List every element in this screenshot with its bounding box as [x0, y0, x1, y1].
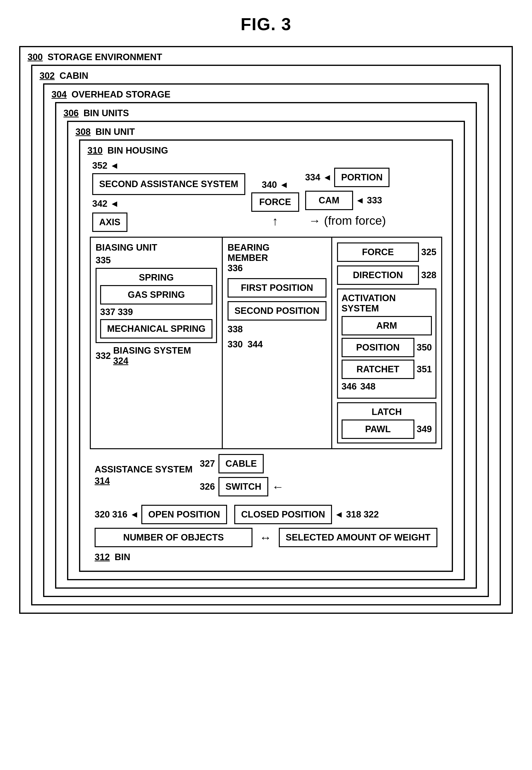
switch-row: 326 SWITCH ←: [200, 477, 284, 496]
ref-318: ◄ 318: [334, 509, 361, 520]
header-308: 308 BIN UNIT: [75, 127, 457, 137]
direction-row: DIRECTION 328: [337, 265, 436, 285]
activation-system-box: ACTIVATION SYSTEM ARM: [337, 288, 436, 399]
position-label: POSITION: [356, 342, 400, 352]
axis-box: AXIS: [92, 213, 127, 232]
ref-302: 302: [40, 71, 55, 81]
ref-327: 327: [200, 459, 215, 469]
biasing-system-row: 332 BIASING SYSTEM 324: [96, 345, 217, 366]
header-304: 304 OVERHEAD STORAGE: [51, 89, 481, 100]
bearing-member-label: BEARINGMEMBER: [228, 242, 326, 263]
second-pos-box: SECOND POSITION: [228, 301, 326, 321]
portion-row: 334 ◄ PORTION: [305, 168, 390, 187]
ref-312: 312: [95, 552, 110, 562]
bottom-section: 320 316 ◄ OPEN POSITION: [87, 501, 445, 550]
container-304: 304 OVERHEAD STORAGE 306 BIN UNITS 308 B…: [43, 83, 489, 597]
activation-label: ACTIVATION SYSTEM: [342, 293, 432, 314]
gas-spring-label: GAS SPRING: [128, 290, 185, 300]
biasing-unit-col: BIASING UNIT 335 SPRING GAS SPRING: [91, 238, 223, 448]
ref-304: 304: [51, 89, 67, 100]
assist-row: ASSISTANCE SYSTEM 314 327 CABLE: [87, 449, 445, 501]
biasing-system-label-area: BIASING SYSTEM 324: [113, 345, 191, 366]
switch-label: SWITCH: [225, 482, 261, 492]
assist-system-label: ASSISTANCE SYSTEM: [95, 464, 193, 475]
second-pos-row: SECOND POSITION: [228, 301, 326, 321]
assist-system-label-area: ASSISTANCE SYSTEM 314: [95, 464, 193, 486]
ratchet-label: RATCHET: [356, 364, 399, 374]
ref-342-label: 342 ◄: [92, 199, 119, 209]
position-box: POSITION: [342, 338, 414, 357]
ref-350: 350: [417, 342, 432, 353]
axis-label: AXIS: [99, 217, 120, 227]
cable-label: CABLE: [225, 459, 257, 469]
label-302: CABIN: [59, 71, 88, 81]
direction-box: DIRECTION: [337, 265, 419, 285]
second-pos-label: SECOND POSITION: [235, 306, 320, 316]
portion-cam-area: 334 ◄ PORTION CAM: [305, 168, 390, 228]
middle-section: BIASING UNIT 335 SPRING GAS SPRING: [90, 237, 442, 449]
spring-label: SPRING: [100, 272, 212, 283]
bearing-bottom-refs: 330 344: [228, 339, 326, 350]
closed-pos-label: CLOSED POSITION: [241, 509, 325, 519]
force-top-label: FORCE: [259, 197, 291, 207]
ref-306: 306: [63, 108, 79, 118]
fig-title: FIG. 3: [19, 14, 513, 34]
right-arrow-force-cam: → (from force): [305, 214, 390, 228]
left-arrow-switch: ←: [272, 480, 284, 494]
closed-pos-area: CLOSED POSITION ◄ 318 322: [234, 505, 379, 524]
force-top-area: 340 ◄ FORCE ↑: [251, 180, 299, 228]
ref-326: 326: [200, 482, 215, 492]
arm-box: ARM: [342, 316, 432, 335]
ref-337: 337: [100, 307, 115, 317]
weight-row: NUMBER OF OBJECTS ↔ SELECTED AMOUNT OF W…: [95, 528, 437, 547]
first-pos-box: FIRST POSITION: [228, 278, 326, 298]
direction-label: DIRECTION: [353, 270, 403, 280]
container-300: 300 STORAGE ENVIRONMENT 302 CABIN 304 OV…: [19, 46, 513, 614]
biasing-unit-label: BIASING UNIT: [96, 242, 157, 253]
label-304: OVERHEAD STORAGE: [71, 89, 170, 100]
header-300: 300 STORAGE ENVIRONMENT: [28, 52, 504, 62]
cam-box: CAM: [305, 191, 353, 210]
ref-332: 332: [96, 351, 111, 361]
pawl-row: PAWL 349: [342, 419, 432, 439]
switch-box: SWITCH: [218, 477, 268, 496]
cable-switch-area: 327 CABLE 326 SWITC: [200, 454, 284, 496]
second-assist-box: SECOND ASSISTANCE SYSTEM: [92, 173, 245, 195]
ref-300: 300: [28, 52, 43, 62]
cam-label: CAM: [319, 195, 339, 205]
ref-336: 336: [228, 263, 243, 273]
arm-label: ARM: [376, 321, 397, 331]
ref-334: 334 ◄: [305, 172, 332, 183]
ref-344: 344: [247, 339, 263, 350]
mech-spring-box: MECHANICAL SPRING: [100, 319, 212, 339]
up-arrow: ↑: [272, 214, 278, 228]
cam-row: CAM ◄ 333: [305, 191, 390, 210]
first-pos-label: FIRST POSITION: [241, 283, 313, 293]
bearing-positions: FIRST POSITION SECOND POSITION: [228, 278, 326, 334]
header-310: 310 BIN HOUSING: [87, 145, 445, 156]
pawl-label: PAWL: [365, 424, 391, 434]
ref-339: 339: [118, 307, 133, 317]
content-310: 352 ◄ SECOND ASSISTANCE SYSTEM 342 ◄ AXI…: [87, 158, 445, 566]
gas-spring-box: GAS SPRING: [100, 285, 212, 305]
container-308: 308 BIN UNIT 310 BIN HOUSING: [67, 121, 465, 580]
top-row: 352 ◄ SECOND ASSISTANCE SYSTEM 342 ◄ AXI…: [87, 158, 445, 237]
right-col: FORCE 325 DIRECTION: [332, 238, 441, 448]
latch-box: LATCH PAWL 349: [337, 402, 436, 443]
label-306: BIN UNITS: [83, 108, 129, 118]
biasing-unit-header: BIASING UNIT: [96, 242, 217, 253]
label-300: STORAGE ENVIRONMENT: [47, 52, 162, 62]
position-row: POSITION 350: [342, 338, 432, 357]
container-302: 302 CABIN 304 OVERHEAD STORAGE 306 BIN U…: [31, 65, 501, 605]
bearing-refs: 338: [228, 324, 326, 334]
ratchet-row: RATCHET 351: [342, 360, 432, 379]
ref-351: 351: [417, 364, 432, 374]
cable-row: 327 CABLE: [200, 454, 284, 473]
num-objects-label: NUMBER OF OBJECTS: [123, 532, 224, 542]
bin-label: BIN: [114, 552, 130, 562]
sel-weight-label: SELECTED AMOUNT OF WEIGHT: [286, 532, 430, 542]
bearing-member-col: BEARINGMEMBER 336 FIRST POSITION: [223, 238, 332, 448]
ref-308: 308: [75, 127, 91, 137]
biasing-system-label: BIASING SYSTEM: [113, 345, 191, 356]
ref-335: 335: [96, 255, 111, 265]
